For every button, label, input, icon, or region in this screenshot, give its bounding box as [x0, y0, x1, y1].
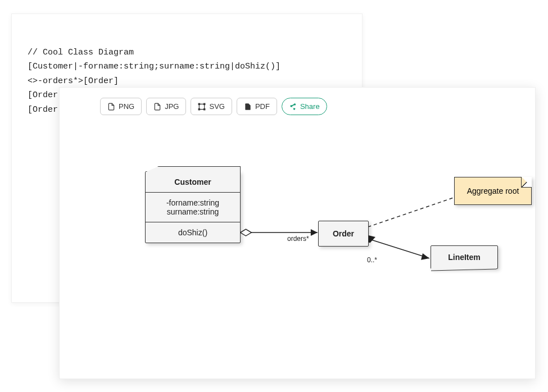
- file-icon: [107, 103, 115, 111]
- svg-marker-6: [240, 229, 251, 236]
- class-lineitem[interactable]: LineItem: [431, 245, 498, 269]
- class-name: Order: [319, 221, 368, 246]
- export-pdf-button[interactable]: PDF: [237, 98, 277, 115]
- class-name: LineItem: [431, 246, 497, 268]
- class-order[interactable]: Order: [318, 221, 369, 247]
- button-label: PNG: [119, 102, 134, 111]
- note-aggregate-root[interactable]: Aggregate root: [454, 177, 532, 205]
- svg-line-8: [368, 239, 429, 258]
- share-icon: [289, 103, 297, 111]
- share-button[interactable]: Share: [282, 98, 327, 115]
- diagram-panel: PNG JPG SVG PDF Share: [59, 87, 536, 379]
- export-svg-button[interactable]: SVG: [191, 98, 232, 115]
- code-line: <>-orders*>[Order]: [28, 76, 119, 86]
- button-label: JPG: [165, 102, 179, 111]
- export-png-button[interactable]: PNG: [100, 98, 142, 115]
- code-line: // Cool Class Diagram: [28, 48, 134, 57]
- export-jpg-button[interactable]: JPG: [146, 98, 186, 115]
- svg-rect-3: [199, 108, 200, 110]
- class-customer[interactable]: Customer -forname:string surname:string …: [145, 171, 241, 243]
- svg-marker-7: [311, 229, 318, 236]
- connectors: [60, 115, 535, 372]
- svg-rect-1: [199, 103, 200, 104]
- relation-label-zero-many: 0..*: [367, 256, 377, 264]
- svg-line-11: [368, 198, 452, 227]
- button-label: PDF: [255, 102, 270, 111]
- svg-rect-2: [204, 103, 205, 104]
- vector-icon: [198, 103, 206, 111]
- class-attributes: -forname:string surname:string: [146, 192, 240, 222]
- svg-rect-4: [204, 108, 205, 110]
- class-methods: doShiz(): [146, 222, 240, 243]
- export-toolbar: PNG JPG SVG PDF Share: [60, 88, 535, 115]
- class-name: Customer: [146, 172, 240, 192]
- relation-label-orders: orders*: [287, 235, 309, 243]
- button-label: Share: [300, 102, 320, 111]
- diagram-canvas[interactable]: Customer -forname:string surname:string …: [60, 115, 535, 372]
- code-line: [Customer|-forname:string;surname:string…: [28, 62, 280, 71]
- file-icon: [244, 103, 252, 111]
- svg-marker-10: [421, 253, 429, 260]
- file-icon: [153, 103, 161, 111]
- button-label: SVG: [209, 102, 224, 111]
- note-text: Aggregate root: [467, 186, 519, 195]
